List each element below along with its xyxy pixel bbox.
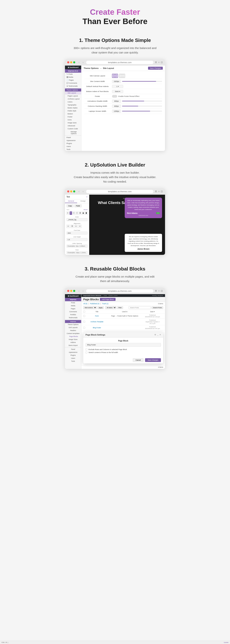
pb-sb-plugins[interactable]: Plugins — [65, 354, 81, 357]
pb-modal-checkbox2[interactable] — [85, 352, 87, 354]
pb-search-btn[interactable]: Search Posts — [152, 306, 163, 309]
pb-bulk-select[interactable]: Bulk actions — [83, 306, 97, 309]
to-sidebar-site-layout[interactable]: Site Layout — [65, 92, 81, 94]
nav-forward-icon-3[interactable]: › — [82, 290, 85, 292]
pb-modal-minimize-icon[interactable]: _ — [157, 334, 158, 336]
pb-modal-page-block-input[interactable] — [85, 343, 161, 347]
to-slider-columns-stacking[interactable] — [122, 106, 162, 106]
to-sidebar-typography[interactable]: Typography — [65, 104, 81, 106]
pb-sb-pages[interactable]: Pages — [65, 307, 81, 310]
dot-red-3[interactable] — [67, 290, 69, 292]
builder-add-icon[interactable]: + — [86, 196, 87, 198]
pb-row-form-checkbox[interactable] — [83, 315, 85, 317]
pb-filter-trash[interactable]: Trash (1) — [102, 303, 108, 304]
nav-forward-icon[interactable]: › — [82, 61, 85, 64]
text-left-icon[interactable]: ≡ — [66, 225, 70, 228]
to-val-animations[interactable]: 900px — [112, 100, 121, 103]
pb-filter-all[interactable]: All (5) — [83, 303, 87, 304]
pb-dates-select[interactable]: All dates — [105, 306, 116, 309]
size-tablet-icon[interactable]: ▣ — [82, 212, 85, 215]
dot-yellow-2[interactable] — [70, 190, 72, 192]
pb-filter-published[interactable]: Published (4) — [90, 303, 99, 304]
pb-sb-grid-layouts[interactable]: Grid Layouts — [65, 326, 81, 329]
to-sidebar-bottom[interactable]: Bottom — [65, 112, 81, 115]
pb-sb-image-sizes[interactable]: Image Sizes — [65, 338, 81, 341]
to-toggle-footer[interactable] — [112, 95, 117, 98]
to-sidebar-comments[interactable]: 💬 Comments — [65, 82, 81, 84]
nav-back-icon-3[interactable]: ‹ — [77, 290, 80, 292]
dot-green-3[interactable] — [73, 290, 75, 292]
builder-tab-design[interactable]: Design — [77, 199, 89, 203]
to-sidebar-colors[interactable]: Colors — [65, 100, 81, 104]
to-sidebar-manage-options[interactable]: Manage Options — [65, 130, 81, 135]
align-justify-icon[interactable]: ≡ — [76, 212, 78, 215]
pb-row-archives-checkbox[interactable] — [83, 321, 85, 323]
to-val-columns-stacking[interactable]: 600px — [112, 105, 121, 108]
pb-modal-settings-icon[interactable]: ⚙ — [154, 334, 156, 336]
dot-green-2[interactable] — [73, 190, 75, 192]
nav-back-icon-2[interactable]: ‹ — [77, 190, 80, 193]
pb-sb-demo-import[interactable]: Demo import — [65, 344, 81, 347]
align-center-icon[interactable]: ☰ — [70, 212, 72, 215]
builder-color-input[interactable] — [66, 218, 87, 221]
to-sidebar-media[interactable]: 🖼 Media — [65, 76, 81, 78]
text-center-icon[interactable]: ☰ — [70, 225, 74, 228]
builder-paste-btn[interactable]: Paste — [74, 204, 82, 207]
to-select-bottom-indent[interactable]: 0rem ▾ — [112, 90, 123, 93]
to-val-laptops[interactable]: 1280px — [112, 110, 121, 113]
dot-yellow-3[interactable] — [70, 290, 72, 292]
nav-forward-icon-2[interactable]: › — [82, 190, 85, 193]
to-sidebar-theme-options[interactable]: Theme Options — [65, 88, 81, 92]
dot-red-1[interactable] — [67, 61, 69, 63]
pb-sb-panel[interactable]: Panel — [65, 348, 81, 351]
pb-modal-save-btn[interactable]: Save changes — [145, 358, 161, 362]
pb-row-archives-title[interactable]: Archives Template — [86, 321, 107, 323]
pb-modal-cancel-btn[interactable]: Cancel — [133, 358, 144, 362]
pb-modal-checkbox1[interactable] — [85, 348, 87, 350]
to-slider-animations[interactable] — [122, 101, 162, 101]
pb-row-blog-title[interactable]: Blog Footer — [86, 327, 107, 328]
pb-sb-portfolio[interactable]: Portfolio — [65, 313, 81, 316]
dot-yellow-1[interactable] — [70, 61, 72, 63]
to-sidebar-button-styles[interactable]: Button Styles — [65, 106, 81, 109]
browser-address-2[interactable]: templates.us-themes.com — [86, 190, 153, 193]
to-slider-content-width[interactable] — [122, 81, 162, 82]
builder-reset-label[interactable]: Reset — [84, 209, 87, 210]
to-sidebar-archives[interactable]: Archives Layout — [65, 98, 81, 100]
to-sidebar-icons[interactable]: Icons — [65, 118, 81, 121]
text-right-icon[interactable]: ≡ — [74, 225, 78, 228]
pb-select-all-checkbox[interactable] — [83, 311, 85, 312]
size-mobile-icon[interactable]: 📱 — [85, 212, 87, 215]
pb-row-blog-checkbox[interactable] — [83, 327, 85, 328]
to-sidebar-footer[interactable]: Footer — [65, 115, 81, 118]
align-right-icon[interactable]: ≡ — [73, 212, 75, 215]
pb-sb-addons[interactable]: Addons — [65, 341, 81, 344]
to-sidebar-users[interactable]: Users — [65, 145, 81, 148]
pb-sb-testimonials[interactable]: Testimonials — [65, 316, 81, 319]
to-sidebar-posts[interactable]: ✎ Posts — [65, 73, 81, 76]
to-sidebar-fields-style[interactable]: Fields Style — [65, 109, 81, 112]
pb-search-input[interactable] — [129, 306, 151, 309]
to-sidebar-plugins[interactable]: Plugins — [65, 142, 81, 145]
pb-filter-btn[interactable]: Filter — [117, 306, 123, 309]
builder-copy-btn[interactable]: Copy — [66, 204, 74, 207]
size-desktop-icon[interactable]: 🖥 — [79, 212, 81, 215]
to-slider-laptops[interactable] — [122, 111, 162, 112]
pb-sb-headers[interactable]: Headers — [65, 329, 81, 332]
builder-tab-general[interactable]: General — [65, 199, 77, 203]
pb-add-btn[interactable]: Add Page Block — [100, 298, 116, 301]
to-sidebar-appearance[interactable]: Appearance — [65, 139, 81, 142]
pb-row-form-title[interactable]: Form — [86, 315, 107, 317]
pb-admin-delete-cache[interactable]: Delete Cache — [108, 295, 118, 296]
pb-sb-posts[interactable]: Posts — [65, 301, 81, 304]
builder-letter-spacing-input[interactable] — [66, 244, 87, 248]
to-sidebar-custom-code[interactable]: Custom Code — [65, 127, 81, 130]
pb-apply-btn[interactable]: Apply — [97, 306, 104, 309]
nav-back-icon[interactable]: ‹ — [77, 61, 80, 64]
to-sidebar-pages-layout[interactable]: Pages Layout — [65, 94, 81, 98]
to-sidebar-testimonials[interactable]: ★ Testimonials — [65, 84, 81, 88]
text-justify-icon[interactable]: ≡ — [78, 225, 82, 228]
pb-sb-appearance[interactable]: Appearance — [65, 351, 81, 354]
to-sidebar-advanced[interactable]: Advanced — [65, 124, 81, 127]
pb-admin-new[interactable]: + New — [103, 295, 107, 296]
